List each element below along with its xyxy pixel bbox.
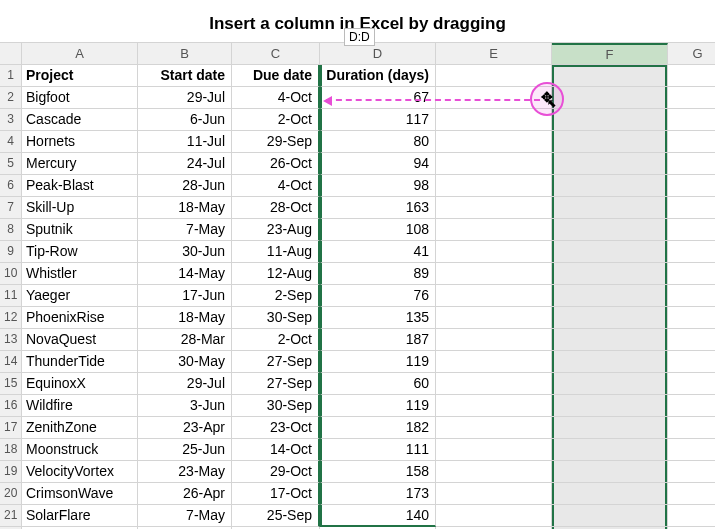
cell-duration-17[interactable]: 182 bbox=[320, 417, 436, 439]
cell-f11[interactable] bbox=[552, 285, 668, 307]
cell-due-4[interactable]: 29-Sep bbox=[232, 131, 320, 153]
cell-g9[interactable] bbox=[668, 241, 715, 263]
col-header-g[interactable]: G bbox=[668, 43, 715, 65]
row-header-16[interactable]: 16 bbox=[0, 395, 22, 417]
cell-duration-5[interactable]: 94 bbox=[320, 153, 436, 175]
cell-e15[interactable] bbox=[436, 373, 552, 395]
cell-g8[interactable] bbox=[668, 219, 715, 241]
cell-start-15[interactable]: 29-Jul bbox=[138, 373, 232, 395]
cell-due-21[interactable]: 25-Sep bbox=[232, 505, 320, 527]
cell-duration-21[interactable]: 140 bbox=[320, 505, 436, 527]
cell-duration-14[interactable]: 119 bbox=[320, 351, 436, 373]
row-header-9[interactable]: 9 bbox=[0, 241, 22, 263]
row-header-11[interactable]: 11 bbox=[0, 285, 22, 307]
cell-start-6[interactable]: 28-Jun bbox=[138, 175, 232, 197]
cell-duration-6[interactable]: 98 bbox=[320, 175, 436, 197]
cell-e10[interactable] bbox=[436, 263, 552, 285]
cell-start-9[interactable]: 30-Jun bbox=[138, 241, 232, 263]
cell-start-12[interactable]: 18-May bbox=[138, 307, 232, 329]
cell-e14[interactable] bbox=[436, 351, 552, 373]
cell-g6[interactable] bbox=[668, 175, 715, 197]
cell-due-15[interactable]: 27-Sep bbox=[232, 373, 320, 395]
cell-duration-9[interactable]: 41 bbox=[320, 241, 436, 263]
cell-duration-3[interactable]: 117 bbox=[320, 109, 436, 131]
cell-due-12[interactable]: 30-Sep bbox=[232, 307, 320, 329]
col-header-a[interactable]: A bbox=[22, 43, 138, 65]
row-header-1[interactable]: 1 bbox=[0, 65, 22, 87]
cell-due-5[interactable]: 26-Oct bbox=[232, 153, 320, 175]
cell-start-8[interactable]: 7-May bbox=[138, 219, 232, 241]
cell-f20[interactable] bbox=[552, 483, 668, 505]
cell-duration-13[interactable]: 187 bbox=[320, 329, 436, 351]
cell-g5[interactable] bbox=[668, 153, 715, 175]
cell-project-20[interactable]: CrimsonWave bbox=[22, 483, 138, 505]
row-header-14[interactable]: 14 bbox=[0, 351, 22, 373]
row-header-17[interactable]: 17 bbox=[0, 417, 22, 439]
cell-f1[interactable] bbox=[552, 65, 668, 87]
cell-f3[interactable] bbox=[552, 109, 668, 131]
cell-due-18[interactable]: 14-Oct bbox=[232, 439, 320, 461]
row-header-20[interactable]: 20 bbox=[0, 483, 22, 505]
cell-g20[interactable] bbox=[668, 483, 715, 505]
cell-duration-18[interactable]: 111 bbox=[320, 439, 436, 461]
cell-g19[interactable] bbox=[668, 461, 715, 483]
cell-g14[interactable] bbox=[668, 351, 715, 373]
cell-project-16[interactable]: Wildfire bbox=[22, 395, 138, 417]
cell-due-14[interactable]: 27-Sep bbox=[232, 351, 320, 373]
cell-g11[interactable] bbox=[668, 285, 715, 307]
cell-due-8[interactable]: 23-Aug bbox=[232, 219, 320, 241]
cell-start-5[interactable]: 24-Jul bbox=[138, 153, 232, 175]
cell-f7[interactable] bbox=[552, 197, 668, 219]
cell-start-7[interactable]: 18-May bbox=[138, 197, 232, 219]
cell-start-16[interactable]: 3-Jun bbox=[138, 395, 232, 417]
cell-duration-4[interactable]: 80 bbox=[320, 131, 436, 153]
cell-project-21[interactable]: SolarFlare bbox=[22, 505, 138, 527]
cell-f13[interactable] bbox=[552, 329, 668, 351]
cell-f18[interactable] bbox=[552, 439, 668, 461]
cell-g4[interactable] bbox=[668, 131, 715, 153]
cell-e3[interactable] bbox=[436, 109, 552, 131]
cell-g10[interactable] bbox=[668, 263, 715, 285]
cell-project-15[interactable]: EquinoxX bbox=[22, 373, 138, 395]
cell-project-2[interactable]: Bigfoot bbox=[22, 87, 138, 109]
row-header-7[interactable]: 7 bbox=[0, 197, 22, 219]
cell-due-16[interactable]: 30-Sep bbox=[232, 395, 320, 417]
cell-f9[interactable] bbox=[552, 241, 668, 263]
cell-f4[interactable] bbox=[552, 131, 668, 153]
cell-project-13[interactable]: NovaQuest bbox=[22, 329, 138, 351]
cell-project-7[interactable]: Skill-Up bbox=[22, 197, 138, 219]
cell-start-21[interactable]: 7-May bbox=[138, 505, 232, 527]
row-header-21[interactable]: 21 bbox=[0, 505, 22, 527]
cell-duration-15[interactable]: 60 bbox=[320, 373, 436, 395]
cell-f17[interactable] bbox=[552, 417, 668, 439]
row-header-18[interactable]: 18 bbox=[0, 439, 22, 461]
cell-e11[interactable] bbox=[436, 285, 552, 307]
cell-f19[interactable] bbox=[552, 461, 668, 483]
cell-g3[interactable] bbox=[668, 109, 715, 131]
row-header-2[interactable]: 2 bbox=[0, 87, 22, 109]
cell-duration-16[interactable]: 119 bbox=[320, 395, 436, 417]
cell-duration-10[interactable]: 89 bbox=[320, 263, 436, 285]
row-header-6[interactable]: 6 bbox=[0, 175, 22, 197]
cell-due-10[interactable]: 12-Aug bbox=[232, 263, 320, 285]
cell-project-6[interactable]: Peak-Blast bbox=[22, 175, 138, 197]
cell-e9[interactable] bbox=[436, 241, 552, 263]
cell-e20[interactable] bbox=[436, 483, 552, 505]
row-header-8[interactable]: 8 bbox=[0, 219, 22, 241]
cell-due-2[interactable]: 4-Oct bbox=[232, 87, 320, 109]
cell-g21[interactable] bbox=[668, 505, 715, 527]
cell-e7[interactable] bbox=[436, 197, 552, 219]
cell-g12[interactable] bbox=[668, 307, 715, 329]
cell-due-19[interactable]: 29-Oct bbox=[232, 461, 320, 483]
row-header-19[interactable]: 19 bbox=[0, 461, 22, 483]
cell-start-10[interactable]: 14-May bbox=[138, 263, 232, 285]
cell-due-11[interactable]: 2-Sep bbox=[232, 285, 320, 307]
cell-f12[interactable] bbox=[552, 307, 668, 329]
cell-e21[interactable] bbox=[436, 505, 552, 527]
cell-f5[interactable] bbox=[552, 153, 668, 175]
cell-project-18[interactable]: Moonstruck bbox=[22, 439, 138, 461]
cell-e1[interactable] bbox=[436, 65, 552, 87]
cell-g2[interactable] bbox=[668, 87, 715, 109]
col-header-e[interactable]: E bbox=[436, 43, 552, 65]
col-header-b[interactable]: B bbox=[138, 43, 232, 65]
